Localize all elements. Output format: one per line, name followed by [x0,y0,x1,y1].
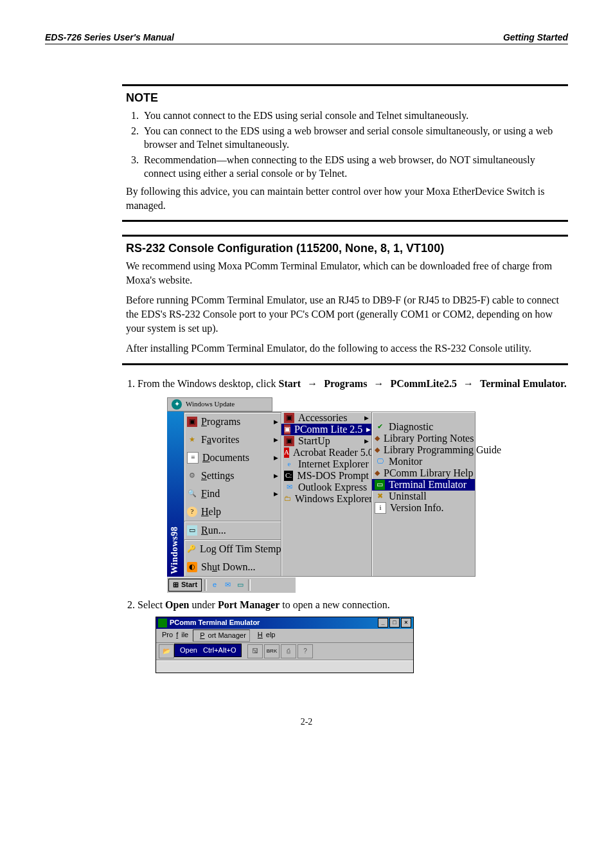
minimize-button[interactable]: _ [378,618,388,628]
menu-item-run[interactable]: ▭Run... [184,521,281,539]
note-list: You cannot connect to the EDS using seri… [126,109,564,181]
toolbar-button[interactable]: ? [298,644,313,658]
monitor-icon: 🖵 [375,457,385,467]
menu-port-manager[interactable]: Port Manager [193,629,250,642]
app-icon [158,619,167,628]
note-label: NOTE [126,91,564,105]
help-icon: ? [187,507,197,517]
dos-icon: C: [284,471,293,481]
taskbar: ⊞ Start e ✉ ▭ [167,577,296,593]
toolbar-button[interactable]: ⎙ [281,644,296,658]
folder-icon: ▣ [284,413,294,423]
book-icon: ◆ [375,445,380,455]
mail-icon[interactable]: ✉ [222,579,233,591]
rs232-p3: After installing PComm Terminal Emulator… [126,341,564,356]
folder-icon: ▣ [284,436,294,446]
menu-item-favorites[interactable]: ★Favorites▶ [184,431,281,449]
rs232-p1: We recommend using Moxa PComm Terminal E… [126,259,564,287]
port-manager-dropdown: Open Ctrl+Alt+O [174,644,242,657]
header-rule [45,44,568,44]
chevron-right-icon: ▶ [274,436,278,444]
chevron-right-icon: ▶ [364,437,369,446]
menu-item-find[interactable]: 🔍Find▶ [184,485,281,503]
uninstall-icon: ✖ [375,491,385,502]
start-button[interactable]: ⊞ Start [168,579,202,591]
star-icon: ★ [187,435,197,445]
menu-item-documents[interactable]: ≡Documents▶ [184,449,281,467]
windows-icon: ⊞ [173,580,179,590]
start-menu-screenshot: ✦ Windows Update Windows98 ▣Programs▶ ★F… [155,397,568,593]
key-icon: 🔑 [187,544,196,554]
ie-icon: e [284,459,294,469]
rs232-p2: Before running PComm Terminal Emulator, … [126,293,564,335]
chevron-right-icon: ▶ [274,454,278,462]
menu-profile[interactable]: Profile [159,629,191,642]
shutdown-icon: ◐ [187,562,197,572]
page-number: 2-2 [45,717,568,727]
menu-help[interactable]: Help [251,629,279,642]
menu-item-logoff[interactable]: 🔑Log Off Tim Stemple... [184,539,281,558]
pdf-icon: A [284,448,289,458]
note-block: NOTE You cannot connect to the EDS using… [122,84,568,222]
windows-update-item[interactable]: ✦ Windows Update [167,397,272,411]
close-button[interactable]: × [401,618,411,628]
help-icon: ◆ [375,468,380,478]
menu-item-help[interactable]: ?Help [184,503,281,521]
menu-item-programs[interactable]: ▣Programs▶ [184,412,281,431]
taskbar-separator [248,579,251,591]
folder-icon: ▣ [187,417,197,427]
mail-icon: ✉ [284,482,294,493]
menu-item[interactable]: 🗀Windows Explorer [281,493,371,505]
window-title: PComm Terminal Emulator [170,618,260,628]
info-icon: i [375,502,386,514]
toolbar-button[interactable]: 🖫 [247,644,263,658]
rs232-block: RS-232 Console Configuration (115200, No… [122,235,568,365]
chevron-right-icon: ▶ [274,472,278,480]
header-right: Getting Started [503,32,568,42]
run-icon: ▭ [187,525,197,536]
pcomm-toolbar: 📂 Open Ctrl+Alt+O 🖫 BRK ⎙ ? [156,643,413,660]
note-item: You can connect to the EDS using a web b… [141,124,564,152]
menu-item[interactable]: ◆Library Programming Guide [372,444,475,456]
folder-icon: ▣ [284,424,290,435]
pcomm-screenshot: PComm Terminal Emulator _ □ × Profile Po… [155,617,568,673]
note-tail: By following this advice, you can mainta… [126,185,564,212]
pcomm-menubar: Profile Port Manager Help [156,629,413,643]
page-header: EDS-726 Series User's Manual Getting Sta… [45,32,568,44]
maximize-button[interactable]: □ [389,618,400,628]
ie-icon[interactable]: e [209,579,220,591]
diagnostic-icon: ✔ [375,422,385,432]
arrow-icon: → [369,378,387,389]
menu-item-shutdown[interactable]: ◐Shut Down... [184,558,281,576]
terminal-icon: ▭ [375,480,385,490]
steps-list: From the Windows desktop, click Start → … [122,377,568,673]
chevron-right-icon: ▶ [274,418,278,426]
rs232-title: RS-232 Console Configuration (115200, No… [126,242,564,255]
start-sidebar: Windows98 [167,411,184,577]
open-icon[interactable]: 📂 [159,644,174,658]
note-item: You cannot connect to the EDS using seri… [141,109,564,123]
desktop-icon[interactable]: ▭ [235,579,246,591]
pcomm-titlebar: PComm Terminal Emulator _ □ × [156,617,413,629]
toolbar-button-brk[interactable]: BRK [264,644,280,658]
menu-item-settings[interactable]: ⚙Settings▶ [184,467,281,485]
menu-item[interactable]: iVersion Info. [372,502,475,514]
step-2: Select Open under Port Manager to open a… [138,598,568,673]
globe-icon: ✦ [172,399,182,410]
gear-icon: ⚙ [187,471,197,481]
search-icon: 🔍 [187,489,197,499]
start-col1: ▣Programs▶ ★Favorites▶ ≡Documents▶ ⚙Sett… [184,411,281,577]
note-item: Recommendation—when connecting to the ED… [141,153,564,181]
pcomm-client-area [156,660,413,673]
arrow-icon: → [303,378,321,389]
taskbar-separator [204,579,207,591]
pcomm-window: PComm Terminal Emulator _ □ × Profile Po… [155,617,414,673]
explorer-icon: 🗀 [284,494,291,504]
dropdown-open[interactable]: Open Ctrl+Alt+O [175,644,241,656]
header-left: EDS-726 Series User's Manual [45,32,174,42]
start-col2: ▣Accessories▶ ▣PComm Lite 2.5▶ ▣StartUp▶… [281,411,372,577]
chevron-right-icon: ▶ [364,414,369,422]
documents-icon: ≡ [187,452,199,464]
book-icon: ◆ [375,433,380,444]
steps-block: From the Windows desktop, click Start → … [122,377,568,673]
